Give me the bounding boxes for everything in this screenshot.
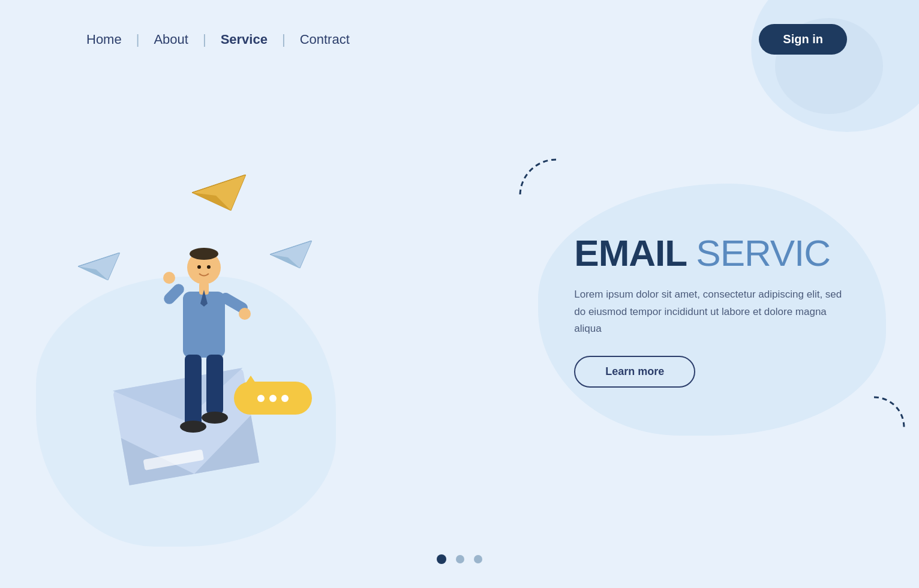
paper-plane-right	[270, 241, 312, 271]
nav-about[interactable]: About	[139, 32, 203, 47]
content-blob: EMAIL SERVIC Lorem ipsum dolor sit amet,…	[538, 184, 886, 436]
svg-marker-6	[192, 175, 246, 211]
email-service-title: EMAIL SERVIC	[574, 232, 850, 274]
nav-links: Home | About | Service | Contract	[72, 32, 364, 47]
learn-more-button[interactable]: Learn more	[574, 356, 695, 388]
sign-in-button[interactable]: Sign in	[759, 24, 847, 55]
chat-dot-1	[257, 395, 265, 402]
nav-service[interactable]: Service	[206, 32, 282, 47]
slide-indicators	[437, 554, 482, 564]
slide-indicator-3[interactable]	[474, 555, 482, 563]
svg-point-21	[202, 412, 228, 424]
svg-point-23	[207, 265, 211, 269]
right-content: EMAIL SERVIC Lorem ipsum dolor sit amet,…	[506, 73, 919, 583]
svg-point-17	[239, 308, 251, 320]
nav-home[interactable]: Home	[72, 32, 136, 47]
chat-bubble	[234, 382, 312, 415]
svg-point-20	[180, 421, 206, 433]
svg-marker-3	[270, 241, 312, 268]
slide-indicator-2[interactable]	[456, 555, 464, 563]
arc-bottom-right-decoration	[838, 391, 910, 463]
title-servic: SERVIC	[696, 232, 830, 274]
svg-point-22	[197, 265, 201, 269]
slide-indicator-1[interactable]	[437, 554, 446, 564]
paper-plane-main	[192, 175, 246, 213]
chat-dot-3	[281, 395, 289, 402]
paper-plane-left	[78, 253, 120, 283]
svg-point-10	[190, 248, 218, 260]
svg-marker-0	[78, 253, 120, 280]
svg-point-16	[163, 272, 175, 284]
person-figure	[156, 247, 240, 439]
hero-description: Lorem ipsum dolor sit amet, consectetur …	[574, 286, 850, 338]
nav-contract[interactable]: Contract	[286, 32, 364, 47]
illustration-area	[0, 73, 506, 583]
arc-top-left-decoration	[514, 154, 598, 238]
main-content: EMAIL SERVIC Lorem ipsum dolor sit amet,…	[0, 73, 919, 583]
svg-rect-19	[206, 355, 223, 415]
chat-dot-2	[269, 395, 277, 402]
svg-rect-14	[161, 281, 186, 306]
navigation: Home | About | Service | Contract Sign i…	[0, 0, 919, 73]
svg-rect-18	[185, 355, 202, 427]
